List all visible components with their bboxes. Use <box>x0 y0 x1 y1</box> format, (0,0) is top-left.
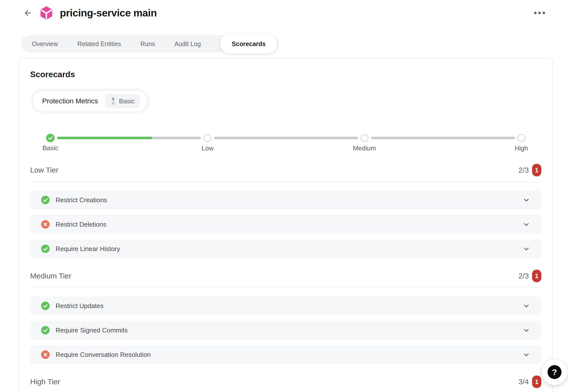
tab-related-entities[interactable]: Related Entities <box>77 40 121 48</box>
tab-bar: Overview Related Entities Runs Audit Log… <box>21 35 279 53</box>
tier-fail-count-badge: 1 <box>532 270 541 282</box>
stepper-track-segment <box>371 137 515 139</box>
check-label: Require Linear History <box>56 245 120 253</box>
step-medium: Medium <box>361 134 369 142</box>
check-pass-icon <box>41 245 50 253</box>
tier-score: 3/4 <box>518 378 529 386</box>
tier-name: High Tier <box>30 378 60 386</box>
chevron-down-icon[interactable] <box>523 221 530 228</box>
step-label-high: High <box>515 144 528 152</box>
package-cube-icon <box>39 5 53 21</box>
level-badge: Basic <box>105 94 140 108</box>
check-pass-icon <box>41 302 50 310</box>
scorecard-selector[interactable]: Protection Metrics Basic <box>32 90 148 112</box>
check-label: Restrict Updates <box>56 302 103 310</box>
check-pass-icon <box>41 196 50 204</box>
check-fail-icon <box>41 220 50 229</box>
tier-fail-count-badge: 1 <box>532 376 541 388</box>
check-label: Require Conversation Resolution <box>56 351 151 359</box>
scorecards-heading: Scorecards <box>30 70 541 79</box>
tier-header-medium: Medium Tier 2/3 1 <box>30 270 541 288</box>
stepper-track-segment <box>214 137 358 139</box>
step-complete-icon <box>46 134 55 142</box>
check-row-require-conversation-resolution[interactable]: Require Conversation Resolution <box>30 345 541 364</box>
help-button[interactable]: ? <box>542 359 568 385</box>
ellipsis-menu-button[interactable] <box>532 9 548 17</box>
page-header: pricing-service main <box>0 0 568 26</box>
check-label: Require Signed Commits <box>56 327 128 334</box>
medal-icon <box>110 97 116 105</box>
stepper-track-fill <box>57 137 152 139</box>
check-row-require-linear-history[interactable]: Require Linear History <box>30 239 541 258</box>
check-pass-icon <box>41 326 50 334</box>
chevron-down-icon[interactable] <box>523 245 530 253</box>
level-badge-label: Basic <box>119 97 135 105</box>
tier-name: Medium Tier <box>30 272 71 280</box>
tab-overview[interactable]: Overview <box>32 40 58 48</box>
chevron-down-icon[interactable] <box>523 196 530 204</box>
step-empty-icon <box>203 134 211 142</box>
chevron-down-icon[interactable] <box>523 302 530 310</box>
arrow-left-icon <box>22 8 32 18</box>
step-label-medium: Medium <box>353 144 376 152</box>
step-label-low: Low <box>201 144 213 152</box>
level-progress-stepper: Basic Low Medium High <box>30 133 541 142</box>
check-label: Restrict Creations <box>56 196 107 204</box>
tier-fail-count-badge: 1 <box>532 164 541 176</box>
chevron-down-icon[interactable] <box>523 327 530 334</box>
tab-runs[interactable]: Runs <box>140 40 155 48</box>
back-button[interactable] <box>22 7 33 18</box>
tab-scorecards[interactable]: Scorecards <box>220 34 277 54</box>
step-label-basic: Basic <box>42 144 58 152</box>
check-row-restrict-deletions[interactable]: Restrict Deletions <box>30 215 541 234</box>
check-row-require-signed-commits[interactable]: Require Signed Commits <box>30 321 541 340</box>
page-title: pricing-service main <box>60 7 157 19</box>
tier-score: 2/3 <box>518 272 529 280</box>
scorecard-name: Protection Metrics <box>42 97 98 105</box>
step-basic: Basic <box>46 134 55 142</box>
check-row-restrict-creations[interactable]: Restrict Creations <box>30 191 541 209</box>
tier-score: 2/3 <box>518 166 529 174</box>
ellipsis-icon <box>534 12 537 14</box>
question-mark-icon: ? <box>548 365 562 379</box>
chevron-down-icon[interactable] <box>523 351 530 358</box>
stepper-track-segment <box>57 137 201 139</box>
step-low: Low <box>203 134 211 142</box>
tier-header-high: High Tier 3/4 1 <box>30 376 541 392</box>
check-label: Restrict Deletions <box>56 221 106 228</box>
step-empty-icon <box>517 134 525 142</box>
step-empty-icon <box>361 134 369 142</box>
check-row-restrict-updates[interactable]: Restrict Updates <box>30 296 541 315</box>
scorecards-panel: Scorecards Protection Metrics Basic Basi… <box>19 58 553 392</box>
check-fail-icon <box>41 350 50 359</box>
step-high: High <box>517 134 525 142</box>
tier-name: Low Tier <box>30 166 58 174</box>
tier-header-low: Low Tier 2/3 1 <box>30 164 541 182</box>
tab-audit-log[interactable]: Audit Log <box>175 40 201 48</box>
